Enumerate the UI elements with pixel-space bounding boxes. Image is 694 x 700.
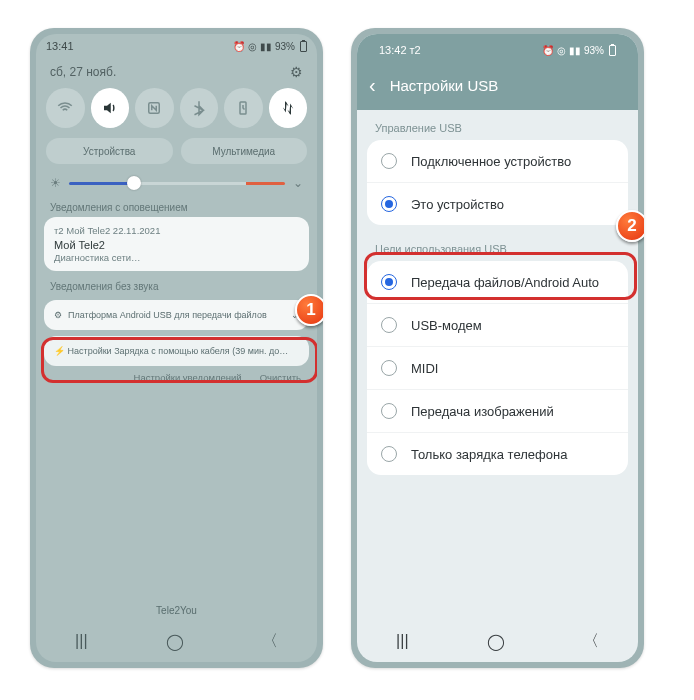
clock: 13:41 bbox=[46, 40, 74, 52]
nav-bar: ||| ◯ 〈 bbox=[36, 620, 317, 662]
media-pill[interactable]: Мультимедиа bbox=[181, 138, 308, 164]
sys-usb-text: Платформа Android USB для передачи файло… bbox=[68, 310, 285, 320]
wifi-icon: ◎ bbox=[557, 45, 566, 56]
quick-settings bbox=[36, 88, 317, 128]
notif-app: т2 Мой Tele2 22.11.2021 bbox=[54, 225, 299, 236]
wifi-icon: ◎ bbox=[248, 41, 257, 52]
brightness-row: ☀ ⌄ bbox=[36, 168, 317, 192]
alarm-icon: ⏰ bbox=[233, 41, 245, 52]
radio-icon bbox=[381, 196, 397, 212]
radio-label: Подключенное устройство bbox=[411, 154, 571, 169]
recents-button[interactable]: ||| bbox=[75, 632, 87, 650]
radio-label: USB-модем bbox=[411, 318, 482, 333]
radio-this-device[interactable]: Это устройство bbox=[367, 182, 628, 225]
sound-toggle[interactable] bbox=[91, 88, 130, 128]
home-button[interactable]: ◯ bbox=[487, 632, 505, 651]
notification-usb[interactable]: ⚙ Платформа Android USB для передачи фай… bbox=[44, 300, 309, 330]
back-button[interactable]: 〈 bbox=[583, 631, 599, 652]
battery-pct: 93% bbox=[584, 45, 604, 56]
radio-label: Передача изображений bbox=[411, 404, 554, 419]
battery-icon bbox=[609, 45, 616, 56]
notif-title: Мой Tele2 bbox=[54, 239, 299, 251]
carrier-label: Tele2You bbox=[36, 605, 317, 616]
wifi-toggle[interactable] bbox=[46, 88, 85, 128]
radio-midi[interactable]: MIDI bbox=[367, 346, 628, 389]
battery-icon bbox=[300, 41, 307, 52]
brightness-slider[interactable] bbox=[69, 182, 285, 185]
bluetooth-toggle[interactable] bbox=[180, 88, 219, 128]
signal-icon: ▮▮ bbox=[569, 45, 581, 56]
devices-pill[interactable]: Устройства bbox=[46, 138, 173, 164]
section-alert-label: Уведомления с оповещением bbox=[36, 192, 317, 217]
gear-icon[interactable]: ⚙ bbox=[290, 64, 303, 80]
radio-usb-modem[interactable]: USB-модем bbox=[367, 303, 628, 346]
notif-body: Диагностика сети… bbox=[54, 252, 299, 263]
step-badge-1: 1 bbox=[295, 294, 323, 326]
section-silent-label: Уведомления без звука bbox=[36, 277, 317, 296]
highlight-box-2 bbox=[364, 252, 637, 300]
powersave-toggle[interactable] bbox=[224, 88, 263, 128]
notification-tele2[interactable]: т2 Мой Tele2 22.11.2021 Мой Tele2 Диагно… bbox=[44, 217, 309, 271]
radio-label: Только зарядка телефона bbox=[411, 447, 567, 462]
date-label: сб, 27 нояб. bbox=[50, 65, 116, 79]
radio-label: MIDI bbox=[411, 361, 438, 376]
group-control-card: Подключенное устройство Это устройство bbox=[367, 140, 628, 225]
page-title: Настройки USB bbox=[390, 77, 499, 94]
status-icons: ⏰ ◎ ▮▮ 93% bbox=[233, 41, 307, 52]
radio-charge-only[interactable]: Только зарядка телефона bbox=[367, 432, 628, 475]
back-button[interactable]: 〈 bbox=[262, 631, 278, 652]
alarm-icon: ⏰ bbox=[542, 45, 554, 56]
radio-icon bbox=[381, 360, 397, 376]
signal-icon: ▮▮ bbox=[260, 41, 272, 52]
radio-connected-device[interactable]: Подключенное устройство bbox=[367, 140, 628, 182]
radio-icon bbox=[381, 446, 397, 462]
status-bar: 13:42 т2 ⏰ ◎ ▮▮ 93% bbox=[369, 38, 626, 62]
recents-button[interactable]: ||| bbox=[396, 632, 408, 650]
phone-left: 13:41 ⏰ ◎ ▮▮ 93% сб, 27 нояб. ⚙ Устройст… bbox=[30, 28, 323, 668]
radio-icon bbox=[381, 153, 397, 169]
data-toggle[interactable] bbox=[269, 88, 308, 128]
brightness-icon: ☀ bbox=[50, 176, 61, 190]
home-button[interactable]: ◯ bbox=[166, 632, 184, 651]
group-control-label: Управление USB bbox=[357, 110, 638, 140]
status-bar: 13:41 ⏰ ◎ ▮▮ 93% bbox=[36, 34, 317, 58]
radio-icon bbox=[381, 403, 397, 419]
clock: 13:42 т2 bbox=[379, 44, 421, 56]
nfc-toggle[interactable] bbox=[135, 88, 174, 128]
radio-icon bbox=[381, 317, 397, 333]
radio-label: Это устройство bbox=[411, 197, 504, 212]
back-icon[interactable]: ‹ bbox=[369, 74, 376, 97]
step-badge-2: 2 bbox=[616, 210, 644, 242]
slider-thumb[interactable] bbox=[127, 176, 141, 190]
phone-right: 13:42 т2 ⏰ ◎ ▮▮ 93% ‹ Настройки USB Упра… bbox=[351, 28, 644, 668]
nav-bar: ||| ◯ 〈 bbox=[357, 620, 638, 662]
battery-pct: 93% bbox=[275, 41, 295, 52]
radio-images[interactable]: Передача изображений bbox=[367, 389, 628, 432]
highlight-box-1 bbox=[41, 337, 317, 383]
chevron-down-icon[interactable]: ⌄ bbox=[293, 176, 303, 190]
